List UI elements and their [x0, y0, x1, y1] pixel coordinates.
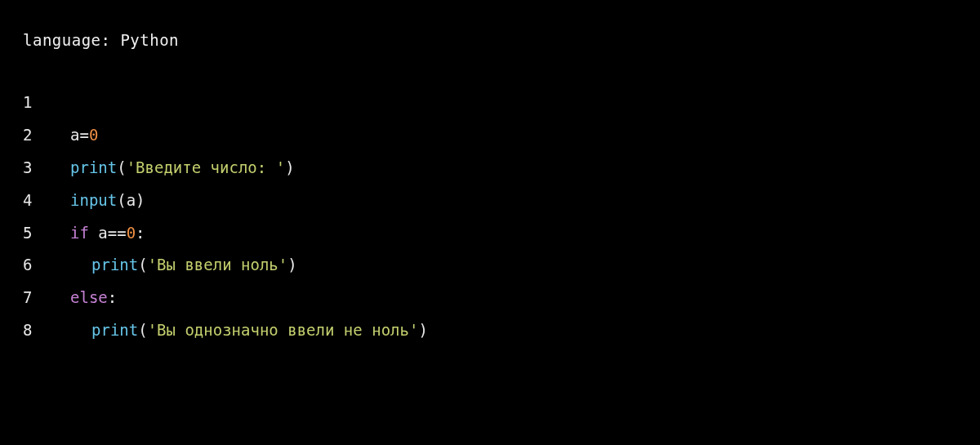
code-line: 8print('Вы однозначно ввели не ноль') — [23, 314, 957, 347]
language-value: Python — [120, 31, 179, 49]
token-punct: ) — [418, 321, 427, 339]
language-header: language: Python — [23, 31, 957, 49]
token-number: 0 — [89, 126, 98, 144]
token-punct: ( — [138, 321, 147, 339]
token-punct: : — [108, 288, 117, 306]
token-func: print — [91, 321, 138, 339]
line-number: 2 — [23, 119, 70, 152]
code-block: 12a=03print('Введите число: ')4input(a)5… — [23, 87, 957, 347]
token-default: a= — [70, 126, 89, 144]
code-line: 4input(a) — [23, 185, 957, 217]
code-line: 2a=0 — [23, 119, 957, 152]
code-content: a=0 — [70, 119, 98, 152]
token-string: 'Вы однозначно ввели не ноль' — [148, 321, 419, 339]
code-line: 3print('Введите число: ') — [23, 152, 957, 185]
token-func: print — [70, 158, 117, 176]
token-punct: : — [136, 224, 145, 242]
token-punct: (a) — [117, 191, 145, 209]
code-content: else: — [70, 282, 117, 314]
language-label: language: — [23, 31, 110, 49]
token-keyword: else — [70, 288, 108, 306]
code-line: 7else: — [23, 282, 957, 314]
line-number: 1 — [23, 87, 70, 119]
token-func: print — [91, 256, 138, 274]
line-number: 7 — [23, 282, 70, 314]
token-punct: ( — [138, 256, 147, 274]
token-punct: ) — [285, 158, 294, 176]
line-number: 3 — [23, 152, 70, 185]
code-line: 6print('Вы ввели ноль') — [23, 249, 957, 282]
token-string: 'Вы ввели ноль' — [148, 256, 288, 274]
code-line: 5if a==0: — [23, 217, 957, 250]
line-number: 8 — [23, 314, 70, 347]
code-content: print('Вы однозначно ввели не ноль') — [70, 314, 428, 347]
code-content: input(a) — [70, 185, 145, 217]
line-number: 4 — [23, 185, 70, 217]
code-content: print('Вы ввели ноль') — [70, 249, 297, 282]
line-number: 6 — [23, 249, 70, 282]
token-default: a== — [89, 224, 127, 242]
code-content: print('Введите число: ') — [70, 152, 295, 185]
token-punct: ( — [117, 158, 126, 176]
token-keyword: if — [70, 224, 89, 242]
token-number: 0 — [127, 224, 136, 242]
token-punct: ) — [287, 256, 296, 274]
token-func: input — [70, 191, 117, 209]
line-number: 5 — [23, 217, 70, 250]
code-content: if a==0: — [70, 217, 145, 250]
code-line: 1 — [23, 87, 957, 119]
token-string: 'Введите число: ' — [127, 158, 285, 176]
